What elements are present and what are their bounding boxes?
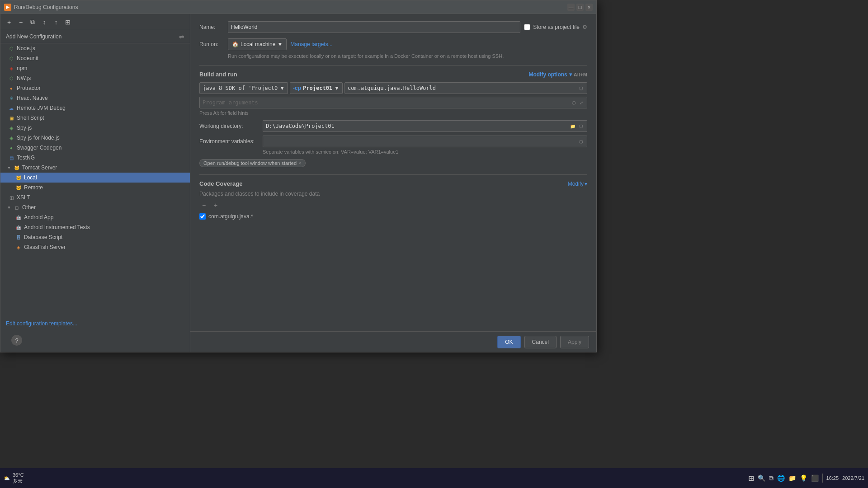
tree-item-nodeunit[interactable]: ⬡ Nodeunit	[0, 53, 190, 63]
maximize-button[interactable]: □	[576, 4, 584, 11]
taskbar: ⛅ 36°C 多云 ⊞ 🔍 ⧉ 🌐 📁 💡 ⬛ 16:25 2022/7/21	[0, 468, 868, 488]
swagger-icon: ●	[8, 144, 15, 151]
dialog-icon: ▶	[4, 4, 11, 11]
open-tool-chip-text: Open run/debug tool window when started	[203, 160, 297, 166]
left-toolbar: + − ⧉ ↕ ↑ ⊞	[0, 14, 190, 30]
database-icon: 🗄	[15, 234, 22, 241]
tree-item-database-script[interactable]: 🗄 Database Script	[0, 232, 190, 242]
tree-item-xslt[interactable]: ◫ XSLT	[0, 192, 190, 202]
working-dir-buttons: 📁 ⬡	[569, 123, 584, 130]
tomcat-remote-icon: 🐱	[15, 184, 22, 191]
search-icon[interactable]: 🔍	[758, 474, 765, 482]
apply-button[interactable]: Apply	[560, 336, 589, 348]
code-coverage-section: Code Coverage Modify ▾ Packages and clas…	[199, 180, 587, 220]
temperature: 36°C	[13, 472, 24, 478]
edit-templates-link[interactable]: Edit configuration templates...	[0, 317, 190, 330]
store-checkbox-area: Store as project file ⚙	[524, 24, 587, 30]
tree-item-tomcat-remote[interactable]: 🐱 Remote	[0, 183, 190, 192]
build-run-section-header: Build and run Modify options ▾ Alt+M	[199, 71, 587, 78]
name-row: Name: Store as project file ⚙	[199, 21, 587, 33]
program-args-insert-button[interactable]: ⬡	[571, 99, 577, 106]
program-args-expand-button[interactable]: ⤢	[579, 99, 584, 106]
program-args-buttons: ⬡ ⤢	[571, 99, 584, 106]
tree-item-glassfish[interactable]: ◈ GlassFish Server	[0, 242, 190, 252]
nodeunit-icon: ⬡	[8, 55, 15, 62]
coverage-checkbox[interactable]	[199, 213, 206, 220]
manage-targets-link[interactable]: Manage targets...	[290, 41, 332, 47]
system-tray: ⊞ 🔍 ⧉ 🌐 📁 💡 ⬛ 16:25 2022/7/21	[748, 474, 864, 483]
tree-item-shell-script[interactable]: ▣ Shell Script	[0, 113, 190, 123]
open-tool-chip-close[interactable]: ×	[298, 160, 301, 166]
tree-item-nwjs[interactable]: ⬡ NW.js	[0, 73, 190, 83]
name-label: Name:	[199, 24, 224, 30]
sort-button[interactable]: ⊞	[63, 17, 73, 27]
cancel-button[interactable]: Cancel	[524, 336, 557, 348]
cp-dropdown[interactable]: -cp Project01 ▼	[290, 82, 343, 94]
tomcat-toggle-icon	[6, 164, 12, 171]
modify-link[interactable]: Modify ▾	[568, 181, 587, 187]
intellij-icon[interactable]: 💡	[800, 474, 807, 482]
add-config-button[interactable]: +	[4, 17, 14, 27]
config-header-icon: ⇌	[179, 33, 184, 40]
program-args-field[interactable]: Program arguments ⬡ ⤢	[199, 97, 587, 108]
tree-item-spy-js-node[interactable]: ◉ Spy-js for Node.js	[0, 133, 190, 143]
run-on-dropdown[interactable]: 🏠 Local machine ▼	[228, 38, 287, 50]
taskview-icon[interactable]: ⧉	[769, 474, 774, 482]
minimize-button[interactable]: —	[567, 4, 575, 11]
tomcat-icon: 🐱	[13, 164, 20, 171]
tree-item-protractor[interactable]: ● Protractor	[0, 83, 190, 93]
coverage-text: com.atguigu.java.*	[208, 213, 253, 220]
right-content: Name: Store as project file ⚙ Run on: 🏠 …	[190, 14, 596, 331]
npm-icon: ◈	[8, 65, 15, 72]
env-vars-expand-button[interactable]: ⬡	[578, 138, 584, 145]
tree-item-testng[interactable]: ▤ TestNG	[0, 153, 190, 163]
tree-item-swagger[interactable]: ● Swagger Codegen	[0, 143, 190, 153]
tree-item-nodejs[interactable]: ⬡ Node.js	[0, 43, 190, 53]
dialog-footer: OK Cancel Apply	[190, 331, 596, 352]
tree-item-npm[interactable]: ◈ npm	[0, 63, 190, 73]
move-up-button[interactable]: ↑	[51, 17, 61, 27]
code-coverage-title: Code Coverage	[199, 180, 242, 187]
terminal-icon[interactable]: ⬛	[811, 474, 819, 482]
build-run-row: java 8 SDK of 'Project0 ▼ -cp Project01 …	[199, 82, 587, 94]
sdk-dropdown-icon: ▼	[279, 85, 285, 91]
working-dir-browse-button[interactable]: 📁	[569, 123, 576, 130]
home-icon: 🏠	[232, 41, 239, 47]
tree-item-remote-jvm[interactable]: ☁ Remote JVM Debug	[0, 103, 190, 113]
windows-logo: ⊞	[748, 474, 754, 483]
explorer-icon[interactable]: 📁	[788, 474, 796, 482]
modify-options-link[interactable]: Modify options ▾ Alt+M	[528, 71, 587, 78]
tree-item-react-native[interactable]: ⚛ React Native	[0, 93, 190, 103]
working-dir-expand-button[interactable]: ⬡	[578, 123, 584, 130]
coverage-plus-button[interactable]: +	[211, 201, 220, 210]
sdk-dropdown[interactable]: java 8 SDK of 'Project0 ▼	[199, 82, 288, 94]
store-as-project-checkbox[interactable]	[524, 24, 530, 30]
run-on-label: Run on:	[199, 41, 224, 47]
cp-dropdown-icon: ▼	[334, 85, 340, 91]
move-config-button[interactable]: ↕	[39, 17, 49, 27]
divider-1	[199, 65, 587, 66]
edge-icon[interactable]: 🌐	[777, 474, 785, 482]
tree-item-android-app[interactable]: 🤖 Android App	[0, 212, 190, 222]
store-gear-icon[interactable]: ⚙	[582, 24, 587, 30]
close-button[interactable]: ×	[585, 4, 593, 11]
run-on-row: Run on: 🏠 Local machine ▼ Manage targets…	[199, 38, 587, 50]
tree-item-spy-js[interactable]: ◉ Spy-js	[0, 123, 190, 133]
name-input[interactable]	[228, 21, 520, 33]
shell-icon: ▣	[8, 114, 15, 122]
ok-button[interactable]: OK	[497, 336, 520, 348]
tree-item-android-tests[interactable]: 🤖 Android Instrumented Tests	[0, 222, 190, 232]
coverage-minus-button[interactable]: −	[199, 201, 208, 210]
copy-config-button[interactable]: ⧉	[28, 17, 38, 27]
tree-item-tomcat-local[interactable]: 🐱 Local	[0, 173, 190, 183]
cp-value: Project01	[303, 85, 332, 91]
tray-clock-time: 16:25	[826, 475, 839, 481]
working-dir-value: D:\JavaCode\Project01	[266, 123, 335, 129]
tree-item-tomcat-server[interactable]: 🐱 Tomcat Server	[0, 163, 190, 173]
left-panel: + − ⧉ ↕ ↑ ⊞ Add New Configuration ⇌ ⬡ No…	[0, 14, 190, 352]
help-button[interactable]: ?	[11, 335, 22, 346]
class-expand-button[interactable]: ⬡	[578, 85, 584, 92]
program-args-placeholder: Program arguments	[203, 99, 258, 106]
tree-item-other[interactable]: ◻ Other	[0, 202, 190, 212]
remove-config-button[interactable]: −	[16, 17, 26, 27]
